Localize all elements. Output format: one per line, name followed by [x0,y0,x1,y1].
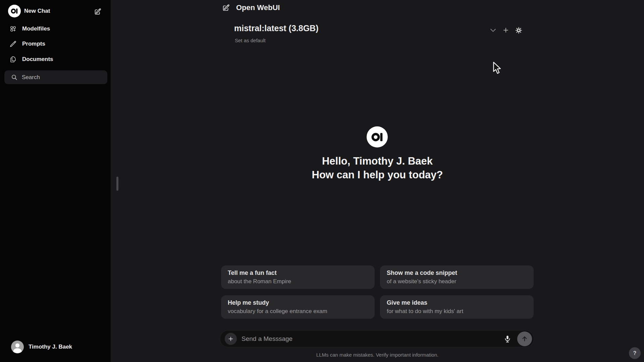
sidebar-item-modelfiles[interactable]: Modelfiles [3,22,107,35]
suggestion-title: Show me a code snippet [387,269,527,277]
attach-button[interactable] [225,333,237,345]
help-button[interactable]: ? [629,347,641,359]
gear-icon [515,27,522,34]
search-icon [11,74,17,80]
sidebar-item-label: Modelfiles [22,25,50,32]
new-chat-label: New Chat [24,8,50,14]
squares-plus-icon [10,25,16,32]
new-chat-row[interactable]: New Chat [0,4,111,19]
new-chat-edit-icon[interactable] [94,7,102,15]
suggestion-subtitle: for what to do with my kids' art [387,308,527,315]
suggestion-card[interactable]: Help me study vocabulary for a college e… [221,295,375,319]
send-button[interactable] [517,331,532,346]
search-input[interactable] [22,74,99,81]
user-name: Timothy J. Baek [29,344,72,350]
suggestion-subtitle: of a website's sticky header [387,278,527,285]
add-model-button[interactable] [502,26,510,34]
message-composer [220,330,534,347]
model-selector[interactable]: mistral:latest (3.8GB) [234,23,318,33]
plus-icon [228,336,234,342]
suggestion-title: Tell me a fun fact [228,269,368,277]
model-toolbar [489,26,523,34]
document-duplicate-icon [10,56,16,63]
greeting: Hello, Timothy J. Baek How can I help yo… [243,154,512,182]
plus-icon [502,27,509,34]
app-title: Open WebUI [236,3,280,12]
voice-input-button[interactable] [503,334,512,344]
message-input[interactable] [241,330,500,347]
suggestion-card[interactable]: Give me ideas for what to do with my kid… [380,295,534,319]
sidebar-item-label: Prompts [22,41,45,47]
sidebar-search[interactable] [4,70,107,84]
suggestion-grid: Tell me a fun fact about the Roman Empir… [221,265,534,319]
set-as-default-link[interactable]: Set as default [235,38,266,43]
settings-button[interactable] [515,26,523,34]
pencil-square-icon[interactable] [222,4,230,11]
sidebar: New Chat Modelfiles Prompts [0,0,111,362]
sidebar-item-documents[interactable]: Documents [3,53,107,66]
sidebar-resize-handle[interactable] [116,177,118,191]
mouse-cursor [492,62,503,75]
openwebui-logo-icon [367,126,388,147]
arrow-up-icon [521,336,528,342]
app-title-row: Open WebUI [222,3,280,12]
chevron-down-icon[interactable] [489,26,497,34]
openwebui-logo-icon [8,5,21,17]
disclaimer-text: LLMs can make mistakes. Verify important… [243,352,512,358]
greeting-line1: Hello, Timothy J. Baek [243,154,512,168]
suggestion-card[interactable]: Show me a code snippet of a website's st… [380,265,534,289]
sidebar-item-label: Documents [22,56,53,63]
microphone-icon [503,335,512,343]
suggestion-title: Give me ideas [387,299,527,306]
suggestion-subtitle: vocabulary for a college entrance exam [228,308,368,315]
pencil-icon [10,41,16,47]
sidebar-item-prompts[interactable]: Prompts [3,38,107,50]
user-menu[interactable]: Timothy J. Baek [5,338,106,356]
suggestion-title: Help me study [228,299,368,306]
avatar [11,341,24,353]
greeting-line2: How can I help you today? [243,168,512,182]
suggestion-subtitle: about the Roman Empire [228,278,368,285]
suggestion-card[interactable]: Tell me a fun fact about the Roman Empir… [221,265,375,289]
open-webui-window: New Chat Modelfiles Prompts [0,0,644,362]
